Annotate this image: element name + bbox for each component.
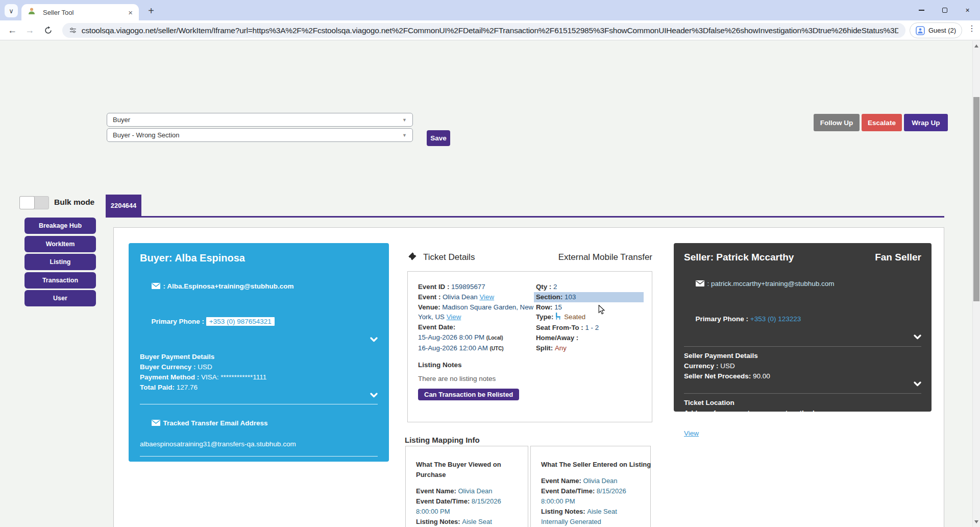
window-close-button[interactable]: × bbox=[956, 0, 979, 20]
ticket-holder-header-row: Ticket Holder Details bbox=[140, 462, 378, 493]
seller-email: patrick.mccarthy+training@stubhub.com bbox=[711, 280, 834, 288]
seller-contact-expander[interactable] bbox=[684, 334, 921, 342]
scrollbar-thumb[interactable] bbox=[973, 97, 979, 301]
scroll-up-icon[interactable] bbox=[974, 44, 978, 47]
follow-up-button[interactable]: Follow Up bbox=[814, 114, 860, 131]
profile-button[interactable]: Guest (2) bbox=[910, 22, 962, 38]
divider bbox=[684, 393, 921, 394]
event-row: Event : Olivia Dean View bbox=[418, 292, 536, 302]
bulk-mode-toggle[interactable] bbox=[19, 196, 49, 209]
sidebar-item-listing[interactable]: Listing bbox=[24, 254, 96, 270]
event-date-utc-row: 16-Aug-2026 12:00 AM (UTC) bbox=[418, 343, 536, 354]
event-name-label: Event Name: bbox=[416, 487, 458, 495]
section-value: 103 bbox=[565, 293, 576, 301]
chevron-down-icon: ∨ bbox=[9, 7, 14, 15]
ticket-holder-collapser[interactable] bbox=[140, 493, 378, 501]
buyer-currency-row: Buyer Currency : USD bbox=[140, 362, 378, 372]
envelope-icon bbox=[152, 282, 160, 292]
venue-view-link[interactable]: View bbox=[447, 313, 461, 321]
reload-button[interactable] bbox=[41, 23, 55, 37]
ticket-location-line1: Address for guarantee payment method bbox=[684, 408, 921, 418]
section-label: Section: bbox=[536, 293, 565, 301]
notes-label: Listing Notes: bbox=[416, 518, 462, 525]
transfer-type-label: External Mobile Transfer bbox=[558, 252, 652, 262]
event-date-utc: 16-Aug-2026 12:00 AM bbox=[418, 344, 488, 352]
close-icon: × bbox=[965, 6, 969, 14]
seller-payment-expander[interactable] bbox=[684, 381, 921, 389]
window-maximize-button[interactable] bbox=[933, 0, 956, 20]
chevron-down-icon bbox=[914, 334, 921, 340]
mouse-cursor bbox=[598, 305, 605, 317]
ticket-details-title: Ticket Details bbox=[423, 252, 475, 262]
buyer-viewed-title: What The Buyer Viewed on Purchase bbox=[416, 460, 518, 480]
buyer-payment-expander[interactable] bbox=[140, 393, 378, 400]
seller-proceeds-row: Seller Net Proceeds: 90.00 bbox=[684, 371, 921, 381]
divider bbox=[140, 404, 378, 404]
ticket-holder1-label: Ticket Holder 1: bbox=[140, 505, 378, 515]
email-separator: : bbox=[707, 280, 712, 288]
escalate-button[interactable]: Escalate bbox=[862, 114, 902, 131]
window-controls: × bbox=[910, 0, 979, 20]
favicon-person-icon bbox=[28, 7, 36, 17]
seller-title: Seller: Patrick Mccarthy bbox=[684, 251, 794, 264]
utc-suffix: (UTC) bbox=[489, 346, 503, 351]
save-button[interactable]: Save bbox=[427, 130, 450, 146]
buyer-phone-value[interactable]: +353 (0) 987654321 bbox=[206, 317, 275, 326]
event-view-link[interactable]: View bbox=[479, 293, 494, 301]
location-view-link[interactable]: View bbox=[684, 429, 699, 437]
ticket-left-column: Event ID : 159895677 Event : Olivia Dean… bbox=[418, 282, 536, 354]
forward-arrow-icon: → bbox=[25, 25, 34, 36]
ticket-location-header: Ticket Location bbox=[684, 398, 921, 408]
back-arrow-icon: ← bbox=[8, 25, 17, 36]
ticket-location-view-row: View bbox=[684, 428, 921, 439]
event-label: Event : bbox=[418, 293, 443, 301]
event-value: Olivia Dean bbox=[443, 293, 478, 301]
url-bar[interactable]: cstoolsqa.viagogo.net/seller/WorkItem/If… bbox=[62, 23, 905, 38]
tracked-transfer-email: albaespinosatraining31@transfers-qa.stub… bbox=[140, 439, 378, 449]
plus-icon: + bbox=[148, 5, 154, 17]
tab-close-icon[interactable]: × bbox=[128, 8, 133, 17]
payment-method-label: Payment Method : bbox=[140, 373, 201, 381]
buyer-currency-value: USD bbox=[198, 363, 212, 371]
browser-menu-button[interactable]: ⋮ bbox=[968, 23, 976, 33]
seller-currency-value: USD bbox=[720, 362, 735, 370]
tracked-transfer-header-row: Tracked Transfer Email Address bbox=[140, 408, 378, 439]
tab-search-button[interactable]: ∨ bbox=[5, 4, 18, 17]
listing-notes-header: Listing Notes bbox=[418, 361, 642, 369]
can-transaction-be-relisted-button[interactable]: Can Transaction be Relisted bbox=[418, 389, 519, 400]
browser-tab-seller-tool[interactable]: Seller Tool × bbox=[21, 4, 139, 20]
new-tab-button[interactable]: + bbox=[144, 4, 158, 18]
kebab-menu-icon: ⋮ bbox=[968, 24, 976, 33]
seller-currency-label: Currency : bbox=[684, 362, 720, 370]
profile-avatar-icon bbox=[916, 26, 925, 35]
category-dropdown-value: Buyer bbox=[113, 116, 130, 124]
scroll-down-icon[interactable] bbox=[974, 520, 978, 523]
sidebar-item-workitem[interactable]: WorkItem bbox=[24, 236, 96, 252]
row-row: Row: 15 bbox=[536, 302, 642, 313]
buyer-title: Buyer: Alba Espinosa bbox=[140, 251, 378, 265]
seat-icon bbox=[555, 313, 561, 323]
url-text: cstoolsqa.viagogo.net/seller/WorkItem/If… bbox=[82, 26, 898, 35]
window-minimize-button[interactable] bbox=[910, 0, 933, 20]
ticket-icon bbox=[407, 251, 417, 264]
sidebar-item-breakage-hub[interactable]: Breakage Hub bbox=[24, 218, 96, 234]
minimize-icon bbox=[919, 10, 924, 11]
wrap-up-button[interactable]: Wrap Up bbox=[904, 114, 948, 131]
seller-card: Seller: Patrick Mccarthy Fan Seller : pa… bbox=[674, 243, 932, 412]
maximize-icon bbox=[942, 8, 947, 13]
datetime-label: Event Date/Time: bbox=[541, 487, 597, 495]
seller-phone-value[interactable]: +353 (0) 123223 bbox=[750, 315, 801, 323]
sidebar-item-transaction[interactable]: Transaction bbox=[24, 272, 96, 289]
case-tab-underline bbox=[106, 216, 944, 218]
category-dropdown[interactable]: Buyer ▼ bbox=[107, 113, 413, 127]
buyer-contact-expander[interactable] bbox=[140, 337, 378, 345]
seat-from-to-value: 1 - 2 bbox=[585, 324, 599, 331]
local-suffix: (Local) bbox=[486, 335, 503, 341]
reason-dropdown[interactable]: Buyer - Wrong Section ▼ bbox=[107, 128, 413, 142]
page-scrollbar[interactable] bbox=[972, 41, 980, 527]
back-button[interactable]: ← bbox=[5, 23, 19, 37]
case-tab[interactable]: 2204644 bbox=[106, 195, 141, 216]
row-label: Row: bbox=[536, 303, 554, 311]
sidebar-item-user[interactable]: User bbox=[24, 290, 96, 306]
forward-button[interactable]: → bbox=[22, 23, 37, 37]
